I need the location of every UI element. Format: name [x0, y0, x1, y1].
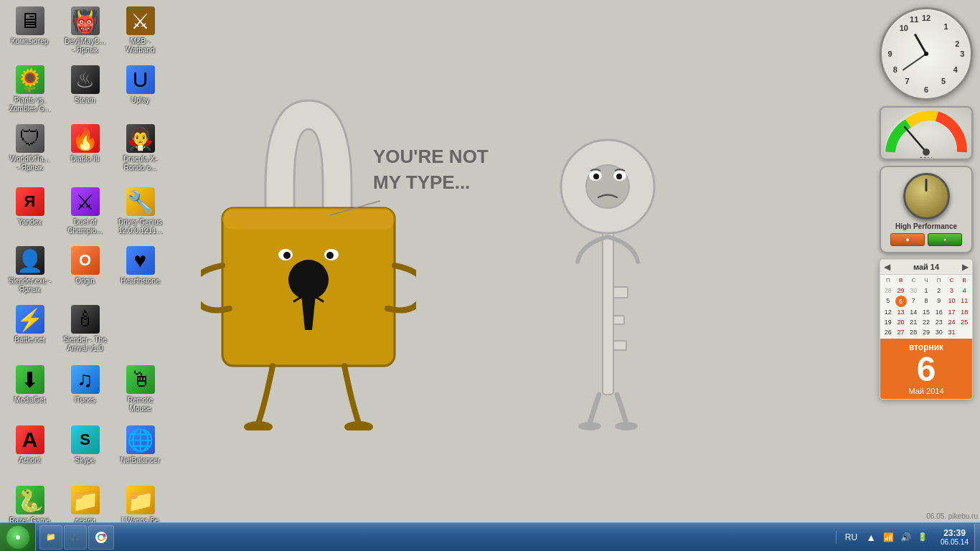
icon-mb-warband[interactable]: ⚔ M&B -Warband	[113, 3, 167, 60]
cal-prev-btn[interactable]: ◀	[884, 262, 890, 272]
taskbar-date: 06.05.14	[941, 538, 969, 546]
game-icon: 👹	[71, 6, 100, 35]
calendar-month-title: май 14	[913, 263, 939, 271]
game-icon: 👤	[16, 246, 44, 275]
svg-line-21	[330, 201, 380, 215]
app-icon: ⬇	[16, 365, 44, 394]
svg-point-19	[578, 422, 601, 430]
taskbar-chrome[interactable]	[88, 525, 114, 550]
show-desktop-button[interactable]	[974, 524, 980, 551]
icon-battlenet[interactable]: ⚡ Battle.net	[3, 301, 57, 359]
svg-rect-11	[613, 316, 624, 324]
game-icon: ⚔	[71, 187, 100, 216]
icon-origin[interactable]: O Origin	[58, 242, 112, 300]
page-watermark: 06.05. pikebu.ru	[926, 512, 978, 520]
svg-point-29	[16, 535, 20, 540]
clock-minute-hand	[903, 53, 927, 71]
taskbar-items: 📁 🎵	[36, 525, 836, 550]
icon-netbalancer[interactable]: 🌐 NetBalancer	[113, 422, 167, 479]
icon-hearthstone[interactable]: ♥ Hearthstone	[113, 242, 167, 300]
uplay-icon: U	[126, 65, 155, 94]
start-button[interactable]	[0, 523, 36, 552]
computer-icon: 🖥	[16, 6, 44, 35]
perf-btn-eco[interactable]: ▪	[928, 233, 962, 246]
icon-diablo[interactable]: 🔥 Diablo III	[58, 121, 112, 178]
icon-uplay[interactable]: U Uplay	[113, 62, 167, 119]
performance-knob[interactable]	[903, 173, 950, 220]
icon-slender-exe[interactable]: 👤 Slender.exe -Ярлык	[3, 242, 57, 300]
icon-computer[interactable]: 🖥 Компьютер	[3, 3, 57, 60]
game-icon: 🔥	[71, 124, 100, 153]
big-date-display: вторник 6 Май 2014	[880, 339, 972, 399]
key-illustration	[545, 57, 689, 430]
itunes-icon: ♫	[71, 365, 100, 394]
svg-point-6	[326, 252, 334, 259]
day-number: 6	[884, 352, 969, 387]
folder-icon: 📁	[126, 486, 155, 514]
svg-point-4	[283, 252, 291, 259]
icon-yandex[interactable]: Я Yandex	[3, 184, 57, 241]
app-icon: 🐍	[16, 486, 44, 514]
svg-point-20	[615, 422, 638, 430]
performance-widget[interactable]: High Performance ● ▪	[880, 166, 973, 253]
right-widgets: 12 3 6 9 1 2 4 5 7 8 10	[880, 7, 973, 400]
battery-tray-icon[interactable]: 🔋	[916, 531, 929, 544]
clock-widget[interactable]: 12 3 6 9 1 2 4 5 7 8 10	[880, 7, 973, 100]
perf-btn-power[interactable]: ●	[890, 233, 925, 246]
taskbar-explorer[interactable]: 📁	[39, 525, 62, 550]
game-icon: 🌻	[16, 65, 44, 94]
calendar-day-headers: П В С Ч П С В	[882, 276, 971, 284]
icon-itunes[interactable]: ♫ iTunes	[58, 362, 112, 419]
game-icon: 🧛	[126, 124, 155, 153]
language-indicator[interactable]: RU	[842, 531, 860, 544]
icon-slender-arrival[interactable]: 🕯 Slender - TheArrival v1.0	[58, 301, 112, 359]
svg-point-32	[99, 535, 103, 540]
origin-icon: O	[71, 246, 100, 275]
svg-point-16	[593, 174, 599, 179]
wifi-tray-icon[interactable]: 📶	[882, 531, 895, 544]
game-icon: 🛡	[16, 124, 44, 153]
icon-devil-may-cry[interactable]: 👹 DevilMayC...- Ярлык	[58, 3, 112, 60]
calendar-days: 28 29 30 1 2 3 4 5 6 7 8 9 10 11 12	[882, 286, 971, 337]
icon-mediaget[interactable]: ⬇ MediaGet	[3, 362, 57, 419]
month-year-label: Май 2014	[884, 387, 969, 395]
calendar-grid: П В С Ч П С В 28 29 30 1 2 3 4	[880, 275, 972, 339]
skype-icon: S	[71, 425, 100, 454]
clock-center	[924, 52, 928, 56]
svg-rect-12	[613, 341, 626, 350]
gauge-widget[interactable]: 33%	[880, 106, 973, 160]
taskbar-wmp[interactable]: 🎵	[64, 525, 87, 550]
desktop-icons-area: 🖥 Компьютер 👹 DevilMayC...- Ярлык ⚔ M&B …	[0, 0, 165, 524]
icon-remote-mouse[interactable]: 🖱 RemoteMouse	[113, 362, 167, 419]
remote-mouse-icon: 🖱	[126, 365, 155, 394]
calendar-widget[interactable]: ◀ май 14 ▶ П В С Ч П С В 28 29 3	[880, 259, 973, 400]
game-icon: 🕯	[71, 305, 100, 334]
icon-action[interactable]: A Action!	[3, 422, 57, 479]
game-icon: ⚔	[126, 6, 155, 35]
svg-rect-10	[613, 287, 628, 298]
icon-steam[interactable]: ♨ Steam	[58, 62, 112, 119]
calendar-today[interactable]: 6	[895, 296, 907, 307]
icon-world-of-tanks[interactable]: 🛡 WorldOfTa...- Ярлык	[3, 121, 57, 178]
svg-point-18	[616, 174, 622, 179]
cal-next-btn[interactable]: ▶	[962, 262, 969, 272]
svg-point-8	[344, 421, 373, 430]
svg-point-7	[244, 421, 273, 430]
network-tray-icon[interactable]: ▲	[864, 531, 877, 544]
app-icon: 🌐	[126, 425, 155, 454]
icon-driver-genius[interactable]: 🔧 Driver Genius12.0.0.1211...	[113, 184, 167, 241]
performance-label: High Performance	[895, 222, 957, 230]
calendar-header: ◀ май 14 ▶	[880, 260, 972, 275]
icon-plants-zombies[interactable]: 🌻 Plants vs.Zombies G...	[3, 62, 57, 119]
performance-buttons: ● ▪	[890, 233, 962, 246]
taskbar-clock[interactable]: 23:39 06.05.14	[935, 528, 974, 546]
icon-skype[interactable]: S Skype	[58, 422, 112, 479]
icon-dracula[interactable]: 🧛 Dracula X-Rondo o...	[113, 121, 167, 178]
hearthstone-icon: ♥	[126, 246, 155, 275]
icon-duel-champions[interactable]: ⚔ Duel ofChampio...	[58, 184, 112, 241]
padlock-illustration	[201, 57, 416, 430]
volume-tray-icon[interactable]: 🔊	[899, 531, 912, 544]
steam-icon: ♨	[71, 65, 100, 94]
yandex-icon: Я	[16, 187, 44, 216]
app-icon: 🔧	[126, 187, 155, 216]
